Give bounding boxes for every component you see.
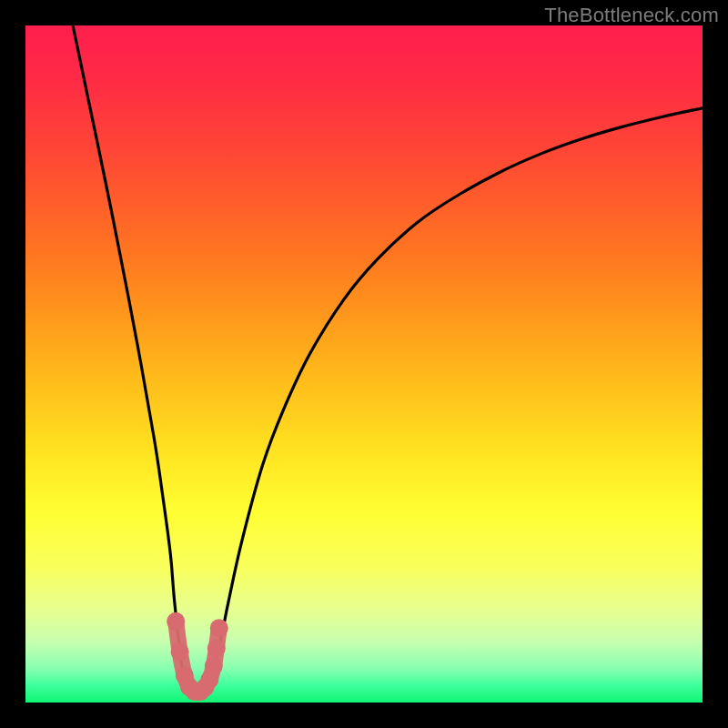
bottleneck-curve <box>73 25 703 694</box>
highlight-marker <box>205 657 223 675</box>
chart-plot-area <box>25 25 703 703</box>
chart-frame: TheBottleneck.com <box>0 0 728 728</box>
highlight-marker <box>167 612 185 631</box>
curve-layer <box>25 25 703 703</box>
highlight-marker <box>210 619 228 637</box>
highlight-marker <box>171 642 189 661</box>
highlight-marker <box>207 639 226 657</box>
watermark-text: TheBottleneck.com <box>544 4 719 27</box>
